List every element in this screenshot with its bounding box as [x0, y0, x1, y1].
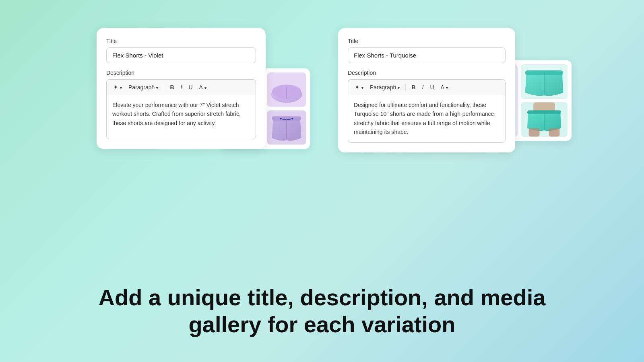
- violet-font-button[interactable]: A: [197, 82, 209, 92]
- violet-title-label: Title: [106, 38, 256, 44]
- violet-title-input[interactable]: [106, 47, 256, 63]
- font-chevron-icon-t: [445, 84, 448, 90]
- turquoise-italic-button[interactable]: I: [420, 82, 426, 92]
- violet-form-card: Title Description ✦ Paragraph B: [97, 28, 266, 149]
- main-container: Title Description ✦ Paragraph B: [0, 0, 644, 362]
- violet-card-group: Title Description ✦ Paragraph B: [97, 28, 298, 149]
- turquoise-description-text: Designed for ultimate comfort and functi…: [354, 102, 495, 135]
- turquoise-underline-button[interactable]: U: [427, 82, 436, 92]
- turquoise-paragraph-select[interactable]: Paragraph: [367, 82, 402, 92]
- turquoise-rte-toolbar: ✦ Paragraph B I U: [348, 79, 506, 95]
- ai-chevron-icon: [119, 84, 122, 90]
- violet-image-3: [267, 110, 306, 145]
- violet-underline-button[interactable]: U: [186, 82, 195, 92]
- underline-icon-t: U: [430, 84, 434, 90]
- bold-icon-t: B: [411, 84, 415, 90]
- font-icon-t: A: [441, 84, 444, 90]
- turquoise-card-group: Title Description ✦ Paragraph B: [338, 28, 547, 152]
- sparkle-icon-t: ✦: [355, 84, 360, 91]
- paragraph-label: Paragraph: [128, 84, 155, 90]
- cards-area: Title Description ✦ Paragraph B: [0, 28, 644, 152]
- violet-description-text: Elevate your performance with our 7" Vio…: [112, 102, 241, 126]
- ai-chevron-icon-t: [361, 84, 363, 90]
- violet-description-body[interactable]: Elevate your performance with our 7" Vio…: [106, 95, 256, 139]
- violet-bold-button[interactable]: B: [167, 82, 176, 92]
- svg-rect-21: [549, 128, 560, 137]
- turquoise-description-body[interactable]: Designed for ultimate comfort and functi…: [348, 95, 506, 143]
- violet-italic-button[interactable]: I: [178, 82, 185, 92]
- violet-description-label: Description: [106, 70, 256, 76]
- para-chevron-icon-t: [397, 84, 400, 90]
- turquoise-title-label: Title: [348, 38, 506, 44]
- turquoise-title-input[interactable]: [348, 47, 506, 63]
- svg-point-9: [291, 118, 293, 119]
- tagline: Add a unique title, description, and med…: [0, 284, 644, 338]
- turquoise-image-3: [521, 102, 568, 137]
- toolbar-divider-1: [164, 84, 164, 91]
- svg-rect-20: [529, 128, 540, 137]
- turquoise-ai-button[interactable]: ✦: [352, 82, 366, 93]
- turquoise-font-button[interactable]: A: [438, 82, 450, 92]
- sparkle-icon: ✦: [113, 84, 118, 91]
- underline-icon: U: [188, 84, 192, 90]
- font-icon: A: [199, 84, 203, 90]
- violet-paragraph-select[interactable]: Paragraph: [126, 82, 161, 92]
- turquoise-form-card: Title Description ✦ Paragraph B: [338, 28, 515, 152]
- turquoise-image-2: [521, 64, 568, 99]
- para-chevron-icon: [155, 84, 158, 90]
- violet-ai-button[interactable]: ✦: [111, 82, 124, 93]
- violet-rte-toolbar: ✦ Paragraph B I U: [106, 79, 256, 95]
- tagline-line2: gallery for each variation: [32, 311, 612, 338]
- svg-point-8: [280, 118, 282, 119]
- toolbar-divider-2: [405, 84, 406, 91]
- italic-icon-t: I: [422, 84, 424, 90]
- turquoise-description-label: Description: [348, 70, 506, 76]
- bold-icon: B: [170, 84, 174, 90]
- paragraph-label-t: Paragraph: [370, 84, 396, 90]
- italic-icon: I: [181, 84, 182, 90]
- violet-image-2: [267, 72, 306, 107]
- tagline-line1: Add a unique title, description, and med…: [32, 284, 612, 311]
- turquoise-bold-button[interactable]: B: [409, 82, 418, 92]
- font-chevron-icon: [204, 84, 206, 90]
